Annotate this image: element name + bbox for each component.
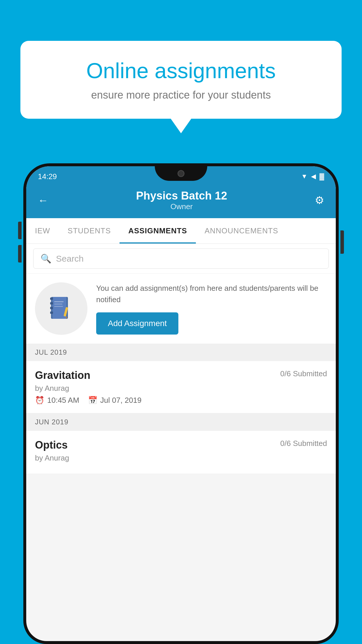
assignment-title-optics: Optics	[35, 439, 68, 451]
meta-time: ⏰ 10:45 AM	[35, 396, 79, 405]
month-separator-jul: JUL 2019	[26, 344, 336, 361]
search-box[interactable]: 🔍 Search	[33, 249, 329, 269]
svg-rect-7	[54, 304, 62, 304]
volume-down-button	[18, 245, 22, 262]
back-button[interactable]: ←	[38, 194, 48, 206]
settings-button[interactable]: ⚙	[315, 194, 324, 206]
meta-date: 📅 Jul 07, 2019	[88, 396, 142, 405]
phone-notch	[155, 166, 207, 181]
assignment-meta: ⏰ 10:45 AM 📅 Jul 07, 2019	[35, 396, 327, 405]
speech-bubble-subtitle: ensure more practice for your students	[41, 89, 321, 101]
app-header: ← Physics Batch 12 Owner ⚙	[26, 184, 336, 218]
batch-role: Owner	[136, 202, 227, 211]
promo-content: You can add assignment(s) from here and …	[96, 283, 327, 335]
month-separator-jun: JUN 2019	[26, 413, 336, 431]
volume-up-button	[18, 222, 22, 239]
assignment-item-optics[interactable]: Optics 0/6 Submitted by Anurag	[26, 431, 336, 474]
assignment-submitted-optics: 0/6 Submitted	[280, 439, 327, 448]
svg-rect-3	[50, 302, 53, 304]
svg-rect-8	[54, 306, 63, 307]
svg-rect-5	[50, 312, 53, 314]
assignment-by: by Anurag	[35, 384, 327, 393]
battery-icon: ▓	[319, 173, 324, 180]
status-icons: ▼ ◀ ▓	[301, 173, 324, 180]
tab-iew[interactable]: IEW	[26, 218, 59, 244]
search-placeholder: Search	[56, 254, 84, 264]
calendar-icon: 📅	[88, 396, 97, 405]
status-time: 14:29	[38, 172, 57, 181]
tabs-bar: IEW STUDENTS ASSIGNMENTS ANNOUNCEMENTS	[26, 218, 336, 244]
signal-icon: ◀	[311, 173, 316, 180]
tab-students[interactable]: STUDENTS	[59, 218, 120, 244]
add-assignment-button[interactable]: Add Assignment	[96, 312, 178, 335]
svg-rect-2	[50, 298, 53, 300]
tab-assignments[interactable]: ASSIGNMENTS	[120, 218, 196, 244]
assignment-item-gravitation[interactable]: Gravitation 0/6 Submitted by Anurag ⏰ 10…	[26, 361, 336, 413]
search-icon: 🔍	[41, 253, 51, 264]
svg-rect-6	[54, 301, 64, 302]
assignment-top-row: Gravitation 0/6 Submitted	[35, 369, 327, 382]
speech-bubble-title: Online assignments	[41, 58, 321, 83]
svg-rect-4	[50, 307, 53, 309]
assignment-title: Gravitation	[35, 369, 90, 382]
assignment-submitted: 0/6 Submitted	[280, 369, 327, 378]
notebook-icon	[47, 294, 76, 323]
assignment-by-optics: by Anurag	[35, 454, 327, 463]
power-button	[340, 230, 344, 254]
speech-bubble: Online assignments ensure more practice …	[20, 41, 342, 119]
phone-device: 14:29 ▼ ◀ ▓ ← Physics Batch 12 Owner ⚙ I…	[23, 163, 339, 644]
wifi-icon: ▼	[301, 173, 307, 180]
search-container: 🔍 Search	[26, 244, 336, 273]
front-camera	[178, 170, 184, 177]
phone-screen: 14:29 ▼ ◀ ▓ ← Physics Batch 12 Owner ⚙ I…	[26, 166, 336, 641]
phone-outer-shell: 14:29 ▼ ◀ ▓ ← Physics Batch 12 Owner ⚙ I…	[23, 163, 339, 644]
speech-bubble-section: Online assignments ensure more practice …	[20, 41, 342, 119]
clock-icon: ⏰	[35, 396, 44, 405]
tab-announcements[interactable]: ANNOUNCEMENTS	[196, 218, 287, 244]
promo-section: You can add assignment(s) from here and …	[26, 273, 336, 344]
promo-icon-circle	[35, 282, 87, 335]
header-center: Physics Batch 12 Owner	[136, 190, 227, 211]
batch-title: Physics Batch 12	[136, 190, 227, 202]
assignment-top-row-optics: Optics 0/6 Submitted	[35, 439, 327, 451]
promo-description: You can add assignment(s) from here and …	[96, 283, 327, 305]
